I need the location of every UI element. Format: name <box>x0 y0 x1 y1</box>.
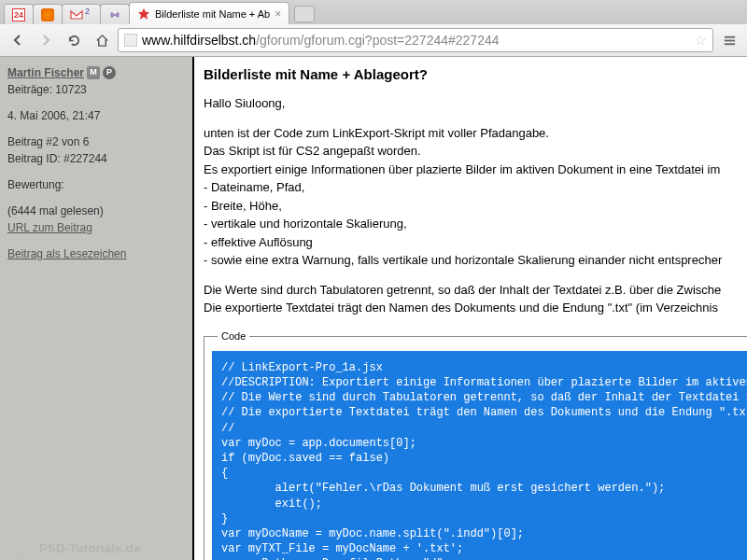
svg-rect-0 <box>724 35 734 37</box>
badge-p-icon: P <box>103 66 116 79</box>
body-line: - sowie eine extra Warnung, falls vertik… <box>204 252 747 269</box>
code-legend: Code <box>218 329 249 343</box>
post-date: 4. Mai 2006, 21:47 <box>7 107 185 124</box>
post-url-link[interactable]: URL zum Beitrag <box>7 221 92 234</box>
tab-3[interactable] <box>100 4 130 24</box>
body-line: unten ist der Code zum LinkExport-Skript… <box>204 125 747 142</box>
home-button[interactable] <box>90 28 114 52</box>
post-number: Beitrag #2 von 6 <box>7 133 185 150</box>
body-line: Es exportiert einige Informationen über … <box>204 161 747 178</box>
nav-row: www.hilfdirselbst.ch/gforum/gforum.cgi?p… <box>0 24 747 56</box>
body-line: - Dateiname, Pfad, <box>204 179 747 196</box>
body-line: Die Werte sind durch Tabulatoren getrenn… <box>204 282 747 299</box>
bookmark-star-icon[interactable]: ☆ <box>695 33 707 48</box>
body-line: Die exportierte Textdatei trägt den Name… <box>204 300 747 316</box>
page-content: Martin Fischer M P Beiträge: 10723 4. Ma… <box>0 57 747 560</box>
tabs-row: 24 2 Bilderliste mit Name + Ab × <box>0 0 747 24</box>
calendar-icon: 24 <box>12 8 25 21</box>
browser-chrome: 24 2 Bilderliste mit Name + Ab × <box>0 0 747 57</box>
bookmark-link[interactable]: Beitrag als Lesezeichen <box>7 247 126 260</box>
gmail-icon <box>70 8 83 21</box>
post-body: Hallo Siuloong, unten ist der Code zum L… <box>204 95 747 560</box>
rating-label: Bewertung: <box>7 176 185 193</box>
tab-close-icon[interactable]: × <box>275 7 281 21</box>
body-line: Das Skript ist für CS2 angepaßt worden. <box>204 143 747 160</box>
tab-0[interactable]: 24 <box>4 4 34 24</box>
tab-title: Bilderliste mit Name + Ab <box>155 8 270 20</box>
forward-button[interactable] <box>34 28 58 52</box>
post-count: Beiträge: 10723 <box>7 81 185 98</box>
svg-rect-2 <box>724 43 734 45</box>
badge-m-icon: M <box>87 66 100 79</box>
read-count: (6444 mal gelesen) <box>7 203 185 219</box>
post-sidebar: Martin Fischer M P Beiträge: 10723 4. Ma… <box>0 57 194 560</box>
post-main: Bilderliste mit Name + Ablageort? Hallo … <box>194 57 747 560</box>
code-fieldset: Code // LinkExport-Pro_1a.jsx //DESCRIPT… <box>204 329 747 560</box>
code-block[interactable]: // LinkExport-Pro_1a.jsx //DESCRIPTION: … <box>212 351 747 560</box>
site-icon <box>137 7 150 21</box>
author-link[interactable]: Martin Fischer <box>7 64 84 81</box>
gmail-badge: 2 <box>85 7 90 16</box>
greeting: Hallo Siuloong, <box>204 95 747 112</box>
post-title: Bilderliste mit Name + Ablageort? <box>204 64 747 82</box>
back-button[interactable] <box>6 28 30 52</box>
reload-button[interactable] <box>62 28 86 52</box>
body-line: - vertikale und horizontale Skalierung, <box>204 216 747 232</box>
post-id: Beitrag ID: #227244 <box>7 150 185 167</box>
body-line: - Breite, Höhe, <box>204 198 747 215</box>
tab-1[interactable] <box>33 4 63 24</box>
menu-button[interactable] <box>717 28 741 52</box>
butterfly-icon <box>108 8 121 21</box>
tab-4-active[interactable]: Bilderliste mit Name + Ab × <box>129 2 289 24</box>
orange-icon <box>41 8 54 21</box>
tab-2[interactable]: 2 <box>62 4 101 24</box>
page-icon <box>124 34 137 47</box>
url-text[interactable]: www.hilfdirselbst.ch/gforum/gforum.cgi?p… <box>142 33 690 48</box>
body-line: - effektive Auflösung <box>204 234 747 251</box>
url-bar[interactable]: www.hilfdirselbst.ch/gforum/gforum.cgi?p… <box>118 28 713 52</box>
new-tab-button[interactable] <box>294 6 315 22</box>
svg-rect-1 <box>724 39 734 41</box>
